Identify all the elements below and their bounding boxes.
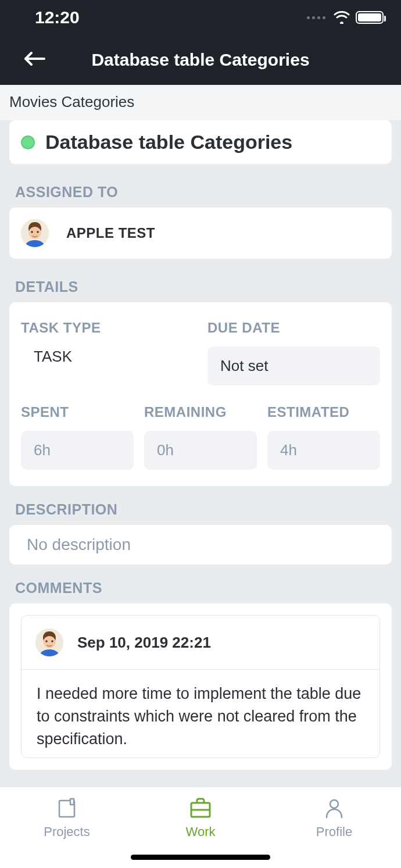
svg-point-6 <box>51 640 53 642</box>
tab-work-label: Work <box>186 824 216 840</box>
svg-point-2 <box>31 231 33 233</box>
assignee-card[interactable]: APPLE TEST <box>9 208 392 259</box>
nav-title: Database table Categories <box>0 50 401 70</box>
estimated-input[interactable]: 4h <box>267 431 380 470</box>
task-title: Database table Categories <box>45 131 292 153</box>
status-dot-icon <box>21 135 35 149</box>
comment-item[interactable]: Sep 10, 2019 22:21 I needed more time to… <box>21 615 380 758</box>
projects-icon <box>54 795 80 821</box>
work-icon <box>188 795 213 821</box>
tab-projects-label: Projects <box>44 824 89 840</box>
spent-input[interactable]: 6h <box>21 431 134 470</box>
description-text: No description <box>27 535 131 553</box>
description-card[interactable]: No description <box>9 525 392 565</box>
svg-point-3 <box>37 231 39 233</box>
svg-point-11 <box>330 800 338 808</box>
comments-card: Sep 10, 2019 22:21 I needed more time to… <box>9 603 392 770</box>
profile-icon <box>321 795 347 821</box>
status-bar: 12:20 <box>0 0 401 35</box>
battery-icon <box>356 11 384 24</box>
task-title-card: Database table Categories <box>9 120 392 164</box>
details-card: TASK TYPE TASK DUE DATE Not set SPENT 6h… <box>9 302 392 486</box>
svg-rect-8 <box>70 799 74 805</box>
avatar <box>35 628 63 656</box>
section-description: DESCRIPTION <box>0 486 401 525</box>
assignee-name: APPLE TEST <box>66 225 155 241</box>
comment-body: I needed more time to implement the tabl… <box>22 670 379 758</box>
tab-profile[interactable]: Profile <box>267 787 401 868</box>
tab-profile-label: Profile <box>316 824 352 840</box>
svg-point-5 <box>45 640 48 642</box>
label-estimated: ESTIMATED <box>267 404 380 420</box>
label-spent: SPENT <box>21 404 134 420</box>
remaining-input[interactable]: 0h <box>144 431 257 470</box>
section-comments: COMMENTS <box>0 565 401 603</box>
section-details: DETAILS <box>0 259 401 302</box>
back-button[interactable] <box>23 51 46 69</box>
home-indicator[interactable] <box>131 855 270 860</box>
section-assigned-to: ASSIGNED TO <box>0 164 401 208</box>
avatar <box>21 219 49 247</box>
cell-signal-icon <box>307 16 325 19</box>
due-date-input[interactable]: Not set <box>207 347 380 385</box>
label-due-date: DUE DATE <box>207 320 380 336</box>
task-type-value[interactable]: TASK <box>21 347 194 366</box>
status-time: 12:20 <box>35 8 80 27</box>
tab-projects[interactable]: Projects <box>0 787 134 868</box>
status-right <box>307 11 384 24</box>
wifi-icon <box>334 11 350 24</box>
breadcrumb[interactable]: Movies Categories <box>0 85 401 120</box>
label-task-type: TASK TYPE <box>21 320 194 336</box>
comment-header: Sep 10, 2019 22:21 <box>22 616 379 670</box>
comment-date: Sep 10, 2019 22:21 <box>77 634 211 652</box>
nav-bar: Database table Categories <box>0 35 401 85</box>
label-remaining: REMAINING <box>144 404 257 420</box>
